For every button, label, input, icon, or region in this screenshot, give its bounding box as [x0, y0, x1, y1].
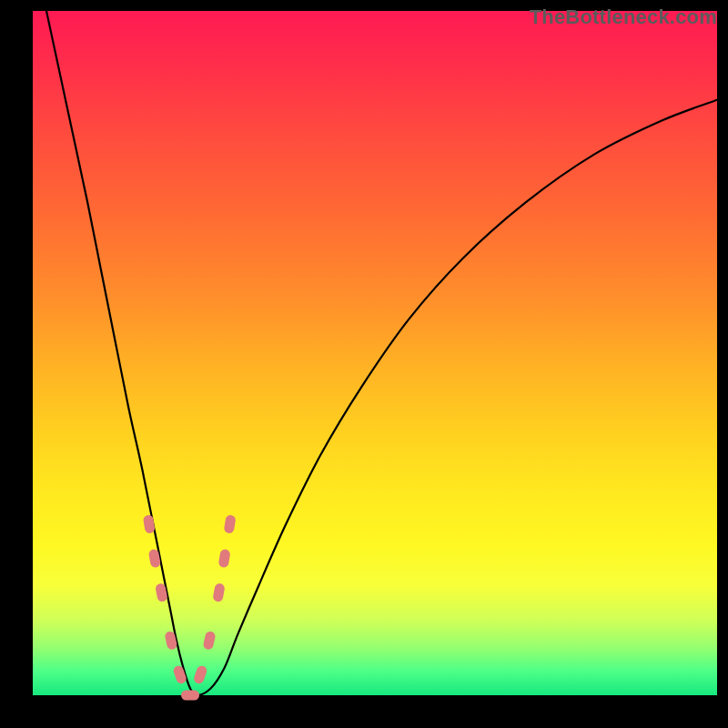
- plot-area: [33, 11, 717, 695]
- marker-point: [143, 514, 156, 533]
- marker-point: [212, 582, 225, 602]
- bottleneck-curve: [46, 11, 717, 695]
- chart-frame: TheBottleneck.com: [0, 0, 728, 728]
- marker-point: [181, 691, 199, 701]
- marker-point: [193, 664, 208, 685]
- marker-point: [202, 631, 216, 651]
- marker-point: [218, 549, 231, 568]
- marker-point: [224, 514, 237, 533]
- chart-svg: [33, 11, 717, 695]
- attribution-text: TheBottleneck.com: [530, 5, 717, 29]
